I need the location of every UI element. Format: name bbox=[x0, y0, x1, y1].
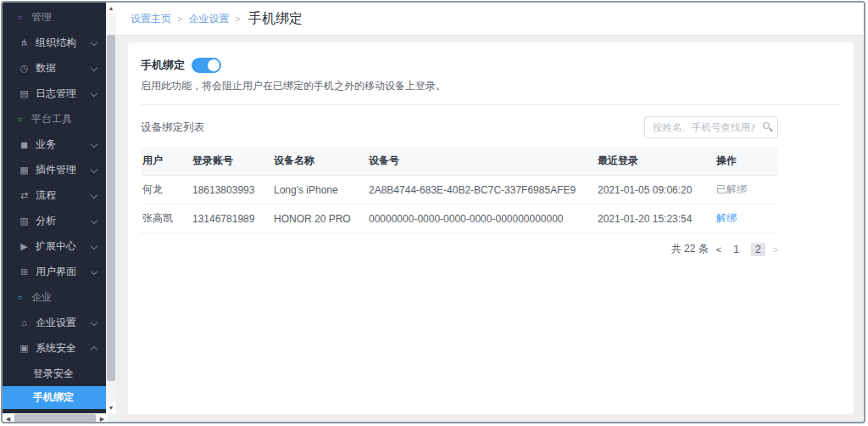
chevron-down-icon bbox=[91, 90, 97, 97]
column-header-user: 用户 bbox=[141, 147, 191, 176]
table-row: 张高凯 13146781989 HONOR 20 PRO 00000000-00… bbox=[141, 205, 778, 233]
sidebar-item-label: 手机绑定 bbox=[33, 390, 74, 405]
unbind-link[interactable]: 解绑 bbox=[716, 212, 737, 224]
sidebar-item-analytics[interactable]: ▥ 分析 bbox=[3, 208, 106, 233]
column-header-device-name: 设备名称 bbox=[272, 147, 367, 176]
column-header-account: 登录账号 bbox=[191, 147, 272, 176]
circle-icon: ○ bbox=[14, 293, 26, 302]
cell-account: 18613803993 bbox=[191, 176, 272, 205]
sidebar-item-label: 扩展中心 bbox=[36, 239, 76, 254]
sidebar-section-management[interactable]: ○ 管理 bbox=[3, 4, 106, 30]
pagination-page-2-current[interactable]: 2 bbox=[751, 243, 765, 256]
table-row: 何龙 18613803993 Long's iPhone 2A8B4744-68… bbox=[141, 176, 778, 205]
sidebar-section-label: 管理 bbox=[31, 10, 52, 25]
chevron-down-icon bbox=[91, 217, 97, 224]
column-header-actions: 操作 bbox=[715, 147, 778, 176]
clock-icon: ◷ bbox=[18, 63, 31, 74]
table-header-row: 用户 登录账号 设备名称 设备号 最近登录 操作 bbox=[141, 147, 778, 176]
search-icon[interactable] bbox=[763, 122, 770, 129]
sidebar-vertical-scrollbar[interactable]: ▲ ▼ bbox=[106, 3, 116, 413]
breadcrumb-link-settings-home[interactable]: 设置主页 bbox=[131, 12, 171, 26]
sidebar-item-plugin-management[interactable]: ▦ 插件管理 bbox=[3, 157, 106, 182]
chevron-down-icon bbox=[91, 192, 97, 199]
feature-title: 手机绑定 bbox=[141, 58, 185, 73]
sidebar-item-enterprise-settings[interactable]: ⌂ 企业设置 bbox=[3, 310, 106, 335]
pagination-page-1[interactable]: 1 bbox=[729, 243, 743, 256]
sidebar-item-phone-binding[interactable]: 手机绑定 bbox=[3, 386, 106, 409]
flow-icon: ⇄ bbox=[18, 190, 31, 201]
sidebar-item-label: 日志管理 bbox=[36, 87, 76, 101]
plugin-grid-icon: ▦ bbox=[18, 165, 31, 176]
cell-last-login: 2021-01-05 09:06:20 bbox=[596, 176, 715, 205]
chevron-down-icon bbox=[91, 319, 97, 326]
sidebar-item-process[interactable]: ⇄ 流程 bbox=[3, 182, 106, 208]
scroll-right-icon[interactable]: ▶ bbox=[97, 413, 108, 423]
phone-binding-toggle[interactable] bbox=[192, 58, 221, 73]
chevron-down-icon bbox=[91, 268, 97, 275]
cell-user: 张高凯 bbox=[141, 205, 191, 233]
sidebar-section-platform-tools[interactable]: ○ 平台工具 bbox=[3, 106, 106, 132]
device-binding-table: 用户 登录账号 设备名称 设备号 最近登录 操作 何龙 18613803993 bbox=[141, 147, 778, 233]
sidebar-item-org-structure[interactable]: ⋔ 组织结构 bbox=[3, 30, 106, 55]
scroll-up-icon[interactable]: ▲ bbox=[106, 3, 116, 14]
column-header-device-id: 设备号 bbox=[367, 147, 596, 176]
chevron-down-icon bbox=[91, 166, 97, 173]
org-structure-icon: ⋔ bbox=[18, 37, 31, 48]
scroll-left-icon[interactable]: ◀ bbox=[3, 413, 14, 423]
sidebar-section-label: 企业 bbox=[31, 290, 52, 305]
enterprise-settings-icon: ⌂ bbox=[18, 317, 31, 328]
sidebar-horizontal-scrollbar[interactable]: ◀ ▶ bbox=[3, 413, 116, 423]
pagination-prev-icon[interactable]: < bbox=[716, 244, 721, 255]
sidebar-item-log-management[interactable]: ▤ 日志管理 bbox=[3, 81, 106, 106]
sidebar-item-user-interface[interactable]: ⊞ 用户界面 bbox=[3, 259, 106, 284]
sidebar-item-label: 分析 bbox=[36, 214, 56, 228]
breadcrumb-separator: > bbox=[235, 14, 240, 24]
lock-icon: ▣ bbox=[18, 343, 31, 354]
sidebar-section-label: 平台工具 bbox=[31, 112, 72, 126]
cell-last-login: 2021-01-20 15:23:54 bbox=[596, 205, 715, 233]
scroll-down-icon[interactable]: ▼ bbox=[106, 402, 116, 413]
breadcrumb-link-enterprise-settings[interactable]: 企业设置 bbox=[188, 12, 229, 26]
column-header-last-login: 最近登录 bbox=[596, 147, 715, 176]
sidebar-item-label: 登录安全 bbox=[33, 367, 74, 381]
cell-device-id: 2A8B4744-683E-40B2-BC7C-337F6985AFE9 bbox=[367, 176, 596, 205]
log-list-icon: ▤ bbox=[18, 88, 31, 99]
scrollbar-thumb[interactable] bbox=[107, 35, 115, 381]
pagination-total: 共 22 条 bbox=[671, 242, 709, 256]
sidebar-section-enterprise[interactable]: ○ 企业 bbox=[3, 284, 106, 310]
circle-icon: ○ bbox=[14, 13, 26, 22]
circle-icon: ○ bbox=[14, 115, 26, 124]
cell-user: 何龙 bbox=[141, 176, 191, 205]
sidebar-item-label: 业务 bbox=[36, 137, 56, 152]
sidebar: ○ 管理 ⋔ 组织结构 ◷ 数据 ▤ 日志管理 ○ 平台工具 ◼ 业务 ▦ bbox=[3, 3, 106, 413]
sidebar-item-extension-center[interactable]: ▶ 扩展中心 bbox=[3, 233, 106, 259]
app-window: ○ 管理 ⋔ 组织结构 ◷ 数据 ▤ 日志管理 ○ 平台工具 ◼ 业务 ▦ bbox=[1, 1, 865, 423]
chevron-down-icon bbox=[91, 39, 97, 46]
page-title: 手机绑定 bbox=[248, 10, 303, 28]
sidebar-item-login-security[interactable]: 登录安全 bbox=[3, 361, 106, 386]
chevron-down-icon bbox=[91, 141, 97, 148]
sidebar-item-business[interactable]: ◼ 业务 bbox=[3, 132, 106, 157]
cell-device-id: 00000000-0000-0000-0000-000000000000 bbox=[367, 205, 596, 233]
sidebar-item-system-security[interactable]: ▣ 系统安全 bbox=[3, 335, 106, 361]
chevron-down-icon bbox=[91, 64, 97, 71]
business-icon: ◼ bbox=[18, 139, 31, 150]
cell-device-name: HONOR 20 PRO bbox=[272, 205, 367, 233]
cell-account: 13146781989 bbox=[191, 205, 272, 233]
sidebar-item-label: 数据 bbox=[36, 61, 56, 76]
main-content: 设置主页 > 企业设置 > 手机绑定 手机绑定 启用此功能，将会阻止用户在已绑定… bbox=[116, 3, 864, 422]
pagination-next-icon[interactable]: > bbox=[773, 244, 778, 255]
chevron-up-icon bbox=[91, 346, 97, 353]
sidebar-item-label: 企业设置 bbox=[36, 316, 76, 330]
analytics-icon: ▥ bbox=[18, 216, 31, 227]
breadcrumb: 设置主页 > 企业设置 > 手机绑定 bbox=[116, 3, 864, 36]
pagination: 共 22 条 < 1 2 > bbox=[141, 242, 778, 256]
sidebar-item-label: 流程 bbox=[36, 188, 56, 203]
sidebar-item-label: 用户界面 bbox=[36, 265, 76, 279]
feature-description: 启用此功能，将会阻止用户在已绑定的手机之外的移动设备上登录。 bbox=[141, 79, 841, 93]
scrollbar-thumb[interactable] bbox=[14, 414, 96, 423]
sidebar-item-label: 系统安全 bbox=[36, 341, 76, 356]
search-input[interactable] bbox=[644, 116, 778, 138]
sidebar-item-data[interactable]: ◷ 数据 bbox=[3, 55, 106, 81]
phone-binding-card: 手机绑定 启用此功能，将会阻止用户在已绑定的手机之外的移动设备上登录。 设备绑定… bbox=[128, 42, 854, 414]
